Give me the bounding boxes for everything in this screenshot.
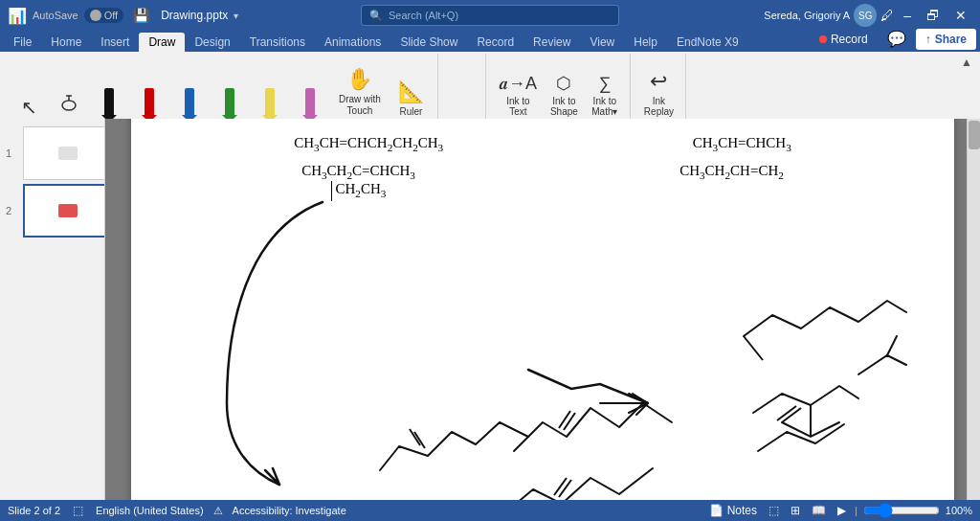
share-button[interactable]: ↑ Share [916, 29, 976, 50]
skeletal-drawings [131, 119, 954, 500]
slideshow-button[interactable]: ▶ [835, 504, 849, 517]
tab-slideshow[interactable]: Slide Show [390, 33, 467, 52]
tab-home[interactable]: Home [41, 33, 91, 52]
ink-to-math-button[interactable]: ∑ Ink toMath▾ [586, 70, 624, 121]
zoom-slider[interactable] [863, 505, 940, 516]
ruler-label: Ruler [399, 106, 422, 117]
title-bar-left: 📊 AutoSave Off 💾 Drawing.pptx ▾ [8, 7, 238, 25]
draw-touch-label: Draw withTouch [339, 94, 381, 117]
slide-1-thumb[interactable] [23, 126, 105, 180]
ink-replay-label: InkReplay [644, 96, 674, 117]
tab-transitions[interactable]: Transitions [240, 33, 315, 52]
share-label: Share [935, 33, 967, 46]
notes-button[interactable]: 📄 Notes [706, 504, 760, 517]
pen-yellow-button[interactable] [251, 84, 289, 121]
tab-record[interactable]: Record [467, 33, 523, 52]
slide-2-icon [58, 204, 78, 217]
restore-button[interactable]: 🗗 [921, 8, 946, 23]
ruler-button[interactable]: 📐 Ruler [390, 76, 432, 121]
tab-design[interactable]: Design [185, 33, 239, 52]
notes-icon: 📄 [709, 504, 724, 517]
svg-line-9 [744, 336, 763, 360]
status-right: 📄 Notes ⬚ ⊞ 📖 ▶ | 100% [706, 504, 972, 517]
ribbon-tabs: File Home Insert Draw Design Transitions… [0, 31, 980, 52]
file-dropdown-icon[interactable]: ▾ [234, 11, 238, 21]
lasso-tool-button[interactable] [50, 90, 88, 121]
notes-label: Notes [727, 504, 757, 517]
ink-to-text-button[interactable]: 𝒂→A Ink toText [494, 70, 543, 121]
status-bar: Slide 2 of 2 ⬚ English (United States) ⚠… [0, 500, 980, 521]
user-name: Sereda, Grigoriy A [764, 10, 850, 21]
draw-with-touch-button[interactable]: ✋ Draw withTouch [331, 63, 389, 121]
record-button[interactable]: Record [810, 29, 878, 50]
slide-1-icon [58, 147, 78, 160]
scroll-thumb[interactable] [969, 121, 980, 149]
search-placeholder: Search (Alt+Q) [389, 10, 458, 21]
ink-to-shape-button[interactable]: ⬡ Ink toShape [545, 69, 584, 121]
save-icon[interactable]: 💾 [133, 8, 149, 23]
tab-draw[interactable]: Draw [139, 33, 185, 52]
svg-line-7 [559, 480, 571, 497]
svg-line-8 [554, 478, 567, 495]
reading-view-button[interactable]: 📖 [809, 504, 829, 517]
slide-content: Draw skeletal structures for the followi… [131, 119, 954, 500]
ink-to-math-icon: ∑ [598, 74, 611, 94]
minimize-button[interactable]: – [898, 8, 917, 23]
slide-info: Slide 2 of 2 [8, 505, 60, 516]
pen-black-icon [104, 88, 114, 117]
avatar[interactable]: SG [854, 4, 877, 27]
ribbon-collapse-button[interactable]: ▲ [959, 56, 974, 69]
tab-animations[interactable]: Animations [315, 33, 390, 52]
app-icon: 📊 [8, 7, 27, 25]
replay-items: ↩ InkReplay [638, 56, 679, 121]
pen-icon-title[interactable]: 🖊 [880, 8, 894, 23]
ink-to-shape-icon: ⬡ [556, 73, 571, 94]
tab-file[interactable]: File [4, 33, 41, 52]
ribbon-collapse-area: ▲ [957, 54, 976, 71]
slide-canvas: Draw skeletal structures for the followi… [131, 119, 954, 500]
convert-items: 𝒂→A Ink toText ⬡ Ink toShape ∑ Ink toMat… [494, 56, 624, 121]
pen-pink-icon [305, 88, 315, 117]
close-button[interactable]: ✕ [949, 8, 972, 23]
pen-red-button[interactable] [130, 84, 168, 121]
comment-button[interactable]: 💬 [881, 28, 912, 50]
toggle-state: Off [104, 10, 118, 21]
divider: | [855, 505, 858, 516]
tab-help[interactable]: Help [624, 33, 667, 52]
svg-point-0 [62, 101, 76, 110]
draw-touch-icon: ✋ [346, 67, 372, 92]
zoom-level: 100% [946, 505, 972, 516]
tab-view[interactable]: View [580, 33, 624, 52]
slide-2-thumb[interactable] [23, 184, 105, 238]
select-tool-button[interactable]: ↖ [10, 94, 48, 121]
status-left: Slide 2 of 2 ⬚ English (United States) ⚠… [8, 504, 346, 517]
accessibility-icon: ⚠ [213, 505, 223, 517]
title-bar-right: Sereda, Grigoriy A SG 🖊 – 🗗 ✕ [764, 4, 972, 27]
scrollbar-right[interactable] [967, 119, 980, 500]
pen-yellow-icon [265, 88, 275, 117]
svg-line-6 [559, 411, 570, 428]
tab-endnote[interactable]: EndNote X9 [667, 33, 748, 52]
autosave-toggle[interactable]: Off [84, 8, 123, 23]
pen-green-button[interactable] [211, 84, 249, 121]
record-dot [819, 35, 827, 43]
tab-insert[interactable]: Insert [91, 33, 139, 52]
ink-to-text-label: Ink toText [506, 96, 529, 117]
pen-red-icon [145, 88, 154, 117]
search-box[interactable]: 🔍 Search (Alt+Q) [361, 5, 619, 26]
ink-replay-icon: ↩ [650, 69, 667, 94]
ink-replay-button[interactable]: ↩ InkReplay [638, 65, 679, 121]
pen-pink-button[interactable] [291, 84, 329, 121]
slide-1-container: 1 [23, 126, 100, 180]
share-icon: ↑ [925, 33, 931, 46]
pen-blue-button[interactable] [170, 84, 209, 121]
normal-view-button[interactable]: ⬚ [766, 504, 782, 517]
slide-1-number: 1 [6, 147, 11, 159]
pen-black-button[interactable] [90, 84, 128, 121]
tab-review[interactable]: Review [523, 33, 580, 52]
status-icon-button[interactable]: ⬚ [70, 504, 86, 517]
ink-to-text-icon: 𝒂→A [500, 74, 537, 94]
lasso-icon [59, 94, 78, 117]
slide-sorter-button[interactable]: ⊞ [788, 504, 803, 517]
canvas-area: Draw skeletal structures for the followi… [105, 119, 980, 500]
